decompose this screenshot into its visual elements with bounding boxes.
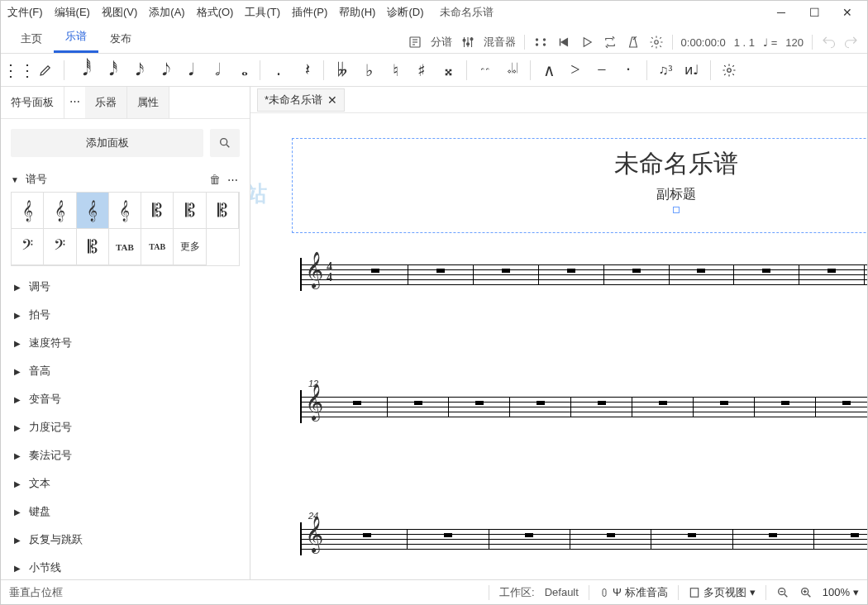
slur-icon[interactable]: 𝆹𝅥𝆹𝅥 [500, 58, 523, 83]
zoom-out-button[interactable] [776, 586, 789, 599]
zoom-level[interactable]: 100% ▾ [823, 586, 859, 598]
clef-item[interactable]: 𝄡 [77, 229, 109, 265]
minimize-button[interactable]: ─ [768, 3, 794, 21]
tab-palette[interactable]: 符号面板 [1, 87, 64, 118]
palette-item[interactable]: ▶拍号 [1, 301, 250, 329]
palette-item[interactable]: ▶键盘 [1, 498, 250, 526]
tab-more-icon[interactable]: ⋯ [64, 87, 85, 118]
tenuto-icon[interactable]: − [590, 58, 613, 83]
note-4[interactable]: 𝅘𝅥 [177, 58, 200, 83]
rest-icon[interactable]: 𝄽 [293, 58, 317, 83]
tab-instruments[interactable]: 乐器 [85, 87, 127, 118]
clef-item[interactable]: 𝄞 [109, 193, 141, 229]
metronome-icon[interactable] [626, 35, 641, 50]
score-subtitle[interactable]: 副标题 [293, 186, 867, 203]
clef-item[interactable]: 𝄡 [207, 193, 239, 229]
dots-icon[interactable] [533, 35, 548, 50]
view-mode-selector[interactable]: 多页视图 ▾ [689, 585, 756, 600]
staccato-icon[interactable]: · [617, 58, 640, 83]
tuplet-icon[interactable]: ♫³ [654, 58, 677, 83]
note-16[interactable]: 𝅘𝅥𝅯 [124, 58, 147, 83]
menu-edit[interactable]: 编辑(E) [55, 5, 90, 20]
accent-icon[interactable]: > [564, 58, 587, 83]
staff-system-2[interactable]: 12 𝄞 [292, 390, 867, 423]
palette-item[interactable]: ▶调号 [1, 273, 250, 301]
palette-item[interactable]: ▶变音号 [1, 385, 250, 413]
tab-properties[interactable]: 属性 [127, 87, 169, 118]
staff-system-1[interactable]: 𝄞 44 [292, 258, 867, 291]
clef-item[interactable]: 𝄢 [12, 229, 44, 265]
clef-item[interactable]: 𝄞 [77, 193, 109, 229]
gear-icon[interactable] [718, 58, 741, 83]
add-panel-button[interactable]: 添加面板 [11, 129, 203, 157]
tab-publish[interactable]: 发布 [98, 25, 143, 53]
zoom-in-button[interactable] [799, 586, 813, 599]
close-button[interactable]: ✕ [834, 3, 861, 21]
loop-icon[interactable] [603, 35, 618, 50]
menu-diag[interactable]: 诊断(D) [387, 5, 423, 20]
collapse-icon[interactable]: ▼ [11, 175, 19, 184]
dot-icon[interactable]: 𝅭. [267, 58, 290, 83]
clef-item[interactable]: 𝄡 [141, 193, 174, 229]
search-button[interactable] [210, 129, 240, 157]
rewind-icon[interactable] [556, 35, 571, 50]
settings-icon[interactable] [649, 35, 664, 50]
play-icon[interactable] [579, 35, 594, 50]
close-icon[interactable]: ✕ [327, 93, 337, 107]
palette-item[interactable]: ▶音高 [1, 357, 250, 385]
double-flat-icon[interactable]: 𝄫 [331, 58, 354, 83]
note-8[interactable]: 𝅘𝅥𝅮 [150, 58, 174, 83]
flip-icon[interactable]: ᴎ♩ [680, 58, 703, 83]
clef-more[interactable]: 更多 [174, 229, 206, 265]
clef-item[interactable]: 𝄞 [12, 193, 44, 229]
note-2[interactable]: 𝅗𝅥 [203, 58, 227, 83]
clef-item[interactable]: TAB [141, 229, 174, 265]
edit-icon[interactable] [34, 58, 57, 83]
tab-home[interactable]: 主页 [9, 25, 54, 53]
score-canvas[interactable]: 亿破姐网站 未命名乐谱 副标题 作曲./.编排 𝄞 44 [250, 113, 867, 579]
note-64[interactable]: 𝅘𝅥𝅱 [71, 58, 94, 83]
double-sharp-icon[interactable]: 𝄪 [436, 58, 460, 83]
palette-item[interactable]: ▶文本 [1, 469, 250, 498]
parts-icon[interactable] [408, 35, 422, 50]
undo-icon[interactable] [821, 35, 836, 50]
sharp-icon[interactable]: ♯ [410, 58, 433, 83]
note-32[interactable]: 𝅘𝅥𝅰 [98, 58, 121, 83]
marcato-icon[interactable]: ∧ [537, 58, 560, 83]
tempo-value[interactable]: 120 [785, 36, 804, 49]
mixer-label[interactable]: 混音器 [484, 35, 516, 50]
menu-tools[interactable]: 工具(T) [245, 5, 280, 20]
palette-item[interactable]: ▶速度符号 [1, 329, 250, 357]
menu-file[interactable]: 文件(F) [7, 5, 43, 20]
parts-label[interactable]: 分谱 [431, 35, 452, 50]
menu-view[interactable]: 视图(V) [102, 5, 137, 20]
concert-pitch-toggle[interactable]: Ψ 标准音高 [599, 585, 668, 600]
palette-item[interactable]: ▶反复与跳跃 [1, 526, 250, 554]
menu-help[interactable]: 帮助(H) [339, 5, 375, 20]
menu-add[interactable]: 添加(A) [149, 5, 184, 20]
palette-item[interactable]: ▶奏法记号 [1, 441, 250, 469]
workspace-value[interactable]: Default [545, 586, 579, 598]
staff-system-3[interactable]: 24 𝄞 [292, 522, 867, 555]
menu-format[interactable]: 格式(O) [197, 5, 234, 20]
flat-icon[interactable]: ♭ [357, 58, 380, 83]
delete-icon[interactable]: 🗑 [209, 173, 221, 186]
palette-item[interactable]: ▶小节线 [1, 554, 250, 579]
score-title[interactable]: 未命名乐谱 [293, 147, 867, 181]
redo-icon[interactable] [844, 35, 859, 50]
grip-icon[interactable]: ⋮⋮ [7, 58, 31, 83]
clef-item[interactable]: 𝄡 [174, 193, 206, 229]
palette-title[interactable]: 谱号 [26, 172, 203, 187]
resize-handle[interactable] [673, 207, 680, 213]
mixer-icon[interactable] [460, 35, 475, 50]
note-1[interactable]: 𝅝 [230, 58, 253, 83]
tie-icon[interactable]: 𝆣𝆣 [474, 58, 497, 83]
palette-item[interactable]: ▶力度记号 [1, 413, 250, 441]
menu-plugins[interactable]: 插件(P) [292, 5, 327, 20]
clef-item[interactable]: TAB [109, 229, 141, 265]
score-tab[interactable]: *未命名乐谱 ✕ [257, 88, 345, 112]
title-frame[interactable]: 未命名乐谱 副标题 作曲./.编排 [292, 138, 867, 233]
maximize-button[interactable]: ☐ [801, 3, 827, 21]
more-icon[interactable]: ⋯ [227, 174, 240, 186]
natural-icon[interactable]: ♮ [384, 58, 407, 83]
